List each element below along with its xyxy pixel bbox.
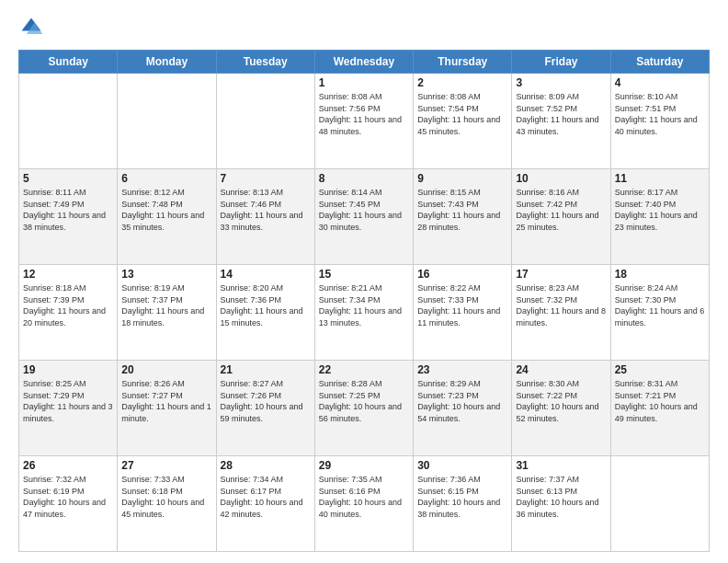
logo-icon bbox=[18, 15, 44, 40]
day-number: 22 bbox=[319, 363, 409, 376]
calendar-cell bbox=[610, 456, 709, 552]
calendar-cell: 8Sunrise: 8:14 AM Sunset: 7:45 PM Daylig… bbox=[314, 169, 413, 265]
page: SundayMondayTuesdayWednesdayThursdayFrid… bbox=[0, 0, 728, 563]
day-number: 15 bbox=[319, 268, 409, 281]
calendar-cell: 26Sunrise: 7:32 AM Sunset: 6:19 PM Dayli… bbox=[19, 456, 118, 552]
day-number: 17 bbox=[516, 268, 606, 281]
day-number: 5 bbox=[23, 172, 113, 185]
calendar-cell: 24Sunrise: 8:30 AM Sunset: 7:22 PM Dayli… bbox=[512, 361, 610, 456]
cell-info: Sunrise: 8:18 AM Sunset: 7:39 PM Dayligh… bbox=[23, 282, 113, 328]
cell-info: Sunrise: 7:32 AM Sunset: 6:19 PM Dayligh… bbox=[23, 474, 113, 520]
calendar-day-header: Wednesday bbox=[314, 51, 413, 74]
day-number: 16 bbox=[417, 268, 507, 281]
cell-info: Sunrise: 8:26 AM Sunset: 7:27 PM Dayligh… bbox=[121, 378, 211, 424]
calendar-cell: 5Sunrise: 8:11 AM Sunset: 7:49 PM Daylig… bbox=[19, 169, 118, 265]
calendar-cell: 18Sunrise: 8:24 AM Sunset: 7:30 PM Dayli… bbox=[610, 265, 709, 361]
calendar-cell: 20Sunrise: 8:26 AM Sunset: 7:27 PM Dayli… bbox=[118, 361, 216, 456]
calendar-cell: 30Sunrise: 7:36 AM Sunset: 6:15 PM Dayli… bbox=[414, 456, 512, 552]
day-number: 8 bbox=[319, 172, 409, 185]
calendar-cell: 1Sunrise: 8:08 AM Sunset: 7:56 PM Daylig… bbox=[314, 74, 413, 169]
calendar-cell: 2Sunrise: 8:08 AM Sunset: 7:54 PM Daylig… bbox=[414, 74, 512, 169]
day-number: 21 bbox=[221, 363, 311, 376]
calendar-cell bbox=[19, 74, 118, 169]
calendar-cell bbox=[216, 74, 314, 169]
day-number: 26 bbox=[23, 459, 113, 472]
cell-info: Sunrise: 8:21 AM Sunset: 7:34 PM Dayligh… bbox=[319, 282, 409, 328]
calendar-cell: 7Sunrise: 8:13 AM Sunset: 7:46 PM Daylig… bbox=[216, 169, 314, 265]
cell-info: Sunrise: 8:12 AM Sunset: 7:48 PM Dayligh… bbox=[121, 187, 211, 233]
cell-info: Sunrise: 8:29 AM Sunset: 7:23 PM Dayligh… bbox=[417, 378, 507, 424]
cell-info: Sunrise: 8:24 AM Sunset: 7:30 PM Dayligh… bbox=[615, 282, 705, 328]
calendar-cell: 16Sunrise: 8:22 AM Sunset: 7:33 PM Dayli… bbox=[414, 265, 512, 361]
day-number: 12 bbox=[23, 268, 113, 281]
calendar-cell: 25Sunrise: 8:31 AM Sunset: 7:21 PM Dayli… bbox=[610, 361, 709, 456]
calendar-cell: 28Sunrise: 7:34 AM Sunset: 6:17 PM Dayli… bbox=[216, 456, 314, 552]
cell-info: Sunrise: 8:10 AM Sunset: 7:51 PM Dayligh… bbox=[615, 91, 705, 137]
calendar-cell bbox=[118, 74, 216, 169]
cell-info: Sunrise: 8:15 AM Sunset: 7:43 PM Dayligh… bbox=[417, 187, 507, 233]
header bbox=[18, 15, 710, 40]
cell-info: Sunrise: 8:28 AM Sunset: 7:25 PM Dayligh… bbox=[319, 378, 409, 424]
cell-info: Sunrise: 8:11 AM Sunset: 7:49 PM Dayligh… bbox=[23, 187, 113, 233]
calendar-header-row: SundayMondayTuesdayWednesdayThursdayFrid… bbox=[19, 51, 710, 74]
day-number: 27 bbox=[121, 459, 211, 472]
day-number: 1 bbox=[319, 76, 409, 89]
calendar-cell: 17Sunrise: 8:23 AM Sunset: 7:32 PM Dayli… bbox=[512, 265, 610, 361]
day-number: 30 bbox=[417, 459, 507, 472]
day-number: 20 bbox=[121, 363, 211, 376]
day-number: 31 bbox=[516, 459, 606, 472]
cell-info: Sunrise: 8:25 AM Sunset: 7:29 PM Dayligh… bbox=[23, 378, 113, 424]
calendar-day-header: Friday bbox=[512, 51, 610, 74]
cell-info: Sunrise: 7:34 AM Sunset: 6:17 PM Dayligh… bbox=[221, 474, 311, 520]
day-number: 7 bbox=[221, 172, 311, 185]
day-number: 6 bbox=[121, 172, 211, 185]
cell-info: Sunrise: 8:17 AM Sunset: 7:40 PM Dayligh… bbox=[615, 187, 705, 233]
calendar-week-row: 12Sunrise: 8:18 AM Sunset: 7:39 PM Dayli… bbox=[19, 265, 710, 361]
cell-info: Sunrise: 7:36 AM Sunset: 6:15 PM Dayligh… bbox=[417, 474, 507, 520]
cell-info: Sunrise: 7:35 AM Sunset: 6:16 PM Dayligh… bbox=[319, 474, 409, 520]
calendar-day-header: Monday bbox=[118, 51, 216, 74]
calendar-cell: 9Sunrise: 8:15 AM Sunset: 7:43 PM Daylig… bbox=[414, 169, 512, 265]
calendar-cell: 22Sunrise: 8:28 AM Sunset: 7:25 PM Dayli… bbox=[314, 361, 413, 456]
calendar-week-row: 5Sunrise: 8:11 AM Sunset: 7:49 PM Daylig… bbox=[19, 169, 710, 265]
day-number: 13 bbox=[121, 268, 211, 281]
calendar-cell: 13Sunrise: 8:19 AM Sunset: 7:37 PM Dayli… bbox=[118, 265, 216, 361]
calendar-cell: 29Sunrise: 7:35 AM Sunset: 6:16 PM Dayli… bbox=[314, 456, 413, 552]
calendar-cell: 6Sunrise: 8:12 AM Sunset: 7:48 PM Daylig… bbox=[118, 169, 216, 265]
calendar-cell: 14Sunrise: 8:20 AM Sunset: 7:36 PM Dayli… bbox=[216, 265, 314, 361]
cell-info: Sunrise: 7:37 AM Sunset: 6:13 PM Dayligh… bbox=[516, 474, 606, 520]
calendar-week-row: 1Sunrise: 8:08 AM Sunset: 7:56 PM Daylig… bbox=[19, 74, 710, 169]
logo bbox=[18, 15, 48, 40]
day-number: 2 bbox=[417, 76, 507, 89]
day-number: 24 bbox=[516, 363, 606, 376]
day-number: 4 bbox=[615, 76, 705, 89]
cell-info: Sunrise: 7:33 AM Sunset: 6:18 PM Dayligh… bbox=[121, 474, 211, 520]
day-number: 23 bbox=[417, 363, 507, 376]
cell-info: Sunrise: 8:13 AM Sunset: 7:46 PM Dayligh… bbox=[221, 187, 311, 233]
day-number: 25 bbox=[615, 363, 705, 376]
cell-info: Sunrise: 8:20 AM Sunset: 7:36 PM Dayligh… bbox=[221, 282, 311, 328]
calendar-cell: 11Sunrise: 8:17 AM Sunset: 7:40 PM Dayli… bbox=[610, 169, 709, 265]
day-number: 29 bbox=[319, 459, 409, 472]
calendar-cell: 10Sunrise: 8:16 AM Sunset: 7:42 PM Dayli… bbox=[512, 169, 610, 265]
calendar-week-row: 26Sunrise: 7:32 AM Sunset: 6:19 PM Dayli… bbox=[19, 456, 710, 552]
cell-info: Sunrise: 8:09 AM Sunset: 7:52 PM Dayligh… bbox=[516, 91, 606, 137]
day-number: 10 bbox=[516, 172, 606, 185]
day-number: 9 bbox=[417, 172, 507, 185]
calendar-table: SundayMondayTuesdayWednesdayThursdayFrid… bbox=[18, 50, 710, 552]
cell-info: Sunrise: 8:23 AM Sunset: 7:32 PM Dayligh… bbox=[516, 282, 606, 328]
cell-info: Sunrise: 8:19 AM Sunset: 7:37 PM Dayligh… bbox=[121, 282, 211, 328]
calendar-cell: 12Sunrise: 8:18 AM Sunset: 7:39 PM Dayli… bbox=[19, 265, 118, 361]
calendar-day-header: Tuesday bbox=[216, 51, 314, 74]
calendar-cell: 31Sunrise: 7:37 AM Sunset: 6:13 PM Dayli… bbox=[512, 456, 610, 552]
cell-info: Sunrise: 8:16 AM Sunset: 7:42 PM Dayligh… bbox=[516, 187, 606, 233]
cell-info: Sunrise: 8:08 AM Sunset: 7:54 PM Dayligh… bbox=[417, 91, 507, 137]
day-number: 14 bbox=[221, 268, 311, 281]
calendar-cell: 21Sunrise: 8:27 AM Sunset: 7:26 PM Dayli… bbox=[216, 361, 314, 456]
cell-info: Sunrise: 8:14 AM Sunset: 7:45 PM Dayligh… bbox=[319, 187, 409, 233]
day-number: 28 bbox=[221, 459, 311, 472]
cell-info: Sunrise: 8:08 AM Sunset: 7:56 PM Dayligh… bbox=[319, 91, 409, 137]
cell-info: Sunrise: 8:22 AM Sunset: 7:33 PM Dayligh… bbox=[417, 282, 507, 328]
calendar-cell: 15Sunrise: 8:21 AM Sunset: 7:34 PM Dayli… bbox=[314, 265, 413, 361]
cell-info: Sunrise: 8:27 AM Sunset: 7:26 PM Dayligh… bbox=[221, 378, 311, 424]
